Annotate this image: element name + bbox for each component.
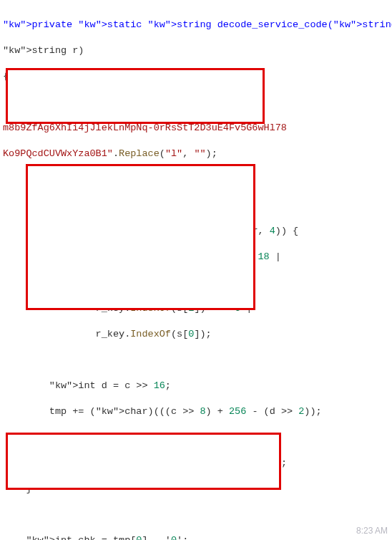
code-l5: m8b9ZfAg6XhIi4jJlekLnMpNq-0rRsStT2D3uE4F…: [3, 122, 287, 133]
redaction-box-3: [6, 433, 281, 490]
kw-private: "kw">private "kw">static "kw">string dec…: [3, 19, 392, 30]
timestamp-label: 8:23 AM: [356, 524, 388, 537]
code-l16a: tmp += ("kw">char)(((c >> 8) + 256 -: [3, 406, 264, 417]
code-l16b: (d >> 2));: [264, 406, 322, 417]
code-l13: r_key.IndexOf(s[0]);: [3, 329, 212, 339]
code-l15: "kw">int d = c >> 16;: [3, 380, 171, 391]
redaction-box-2: [26, 164, 255, 310]
code-l21: "kw">int chk = tmp[0] - '0';: [3, 535, 188, 540]
code-l6: Ko9PQcdCUVWxYza0B1": [3, 148, 113, 159]
code-l6e: .Replace("l", "");: [113, 148, 217, 159]
redaction-box-1: [6, 68, 265, 124]
code-l2: "kw">string r): [3, 45, 84, 56]
